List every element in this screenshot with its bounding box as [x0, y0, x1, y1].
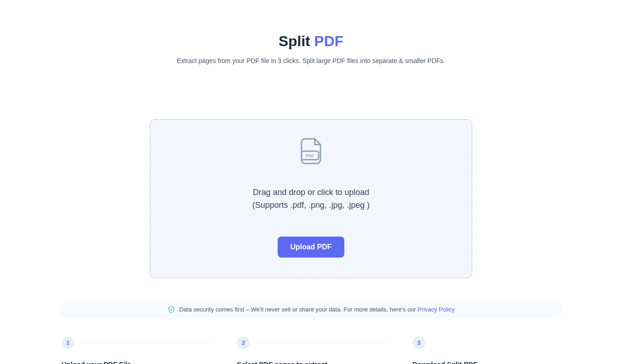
step-header: 1 — [62, 337, 210, 349]
step-divider — [82, 343, 210, 343]
security-text-wrapper: Data security comes first – We'll never … — [179, 306, 455, 313]
step-1: 1 Upload your PDF File Select files from… — [62, 337, 210, 364]
svg-point-2 — [170, 309, 172, 310]
step-title: Upload your PDF File — [62, 360, 210, 364]
page-title: Split PDF — [60, 33, 562, 50]
shield-lock-icon — [168, 306, 175, 313]
step-header: 3 — [412, 337, 560, 349]
page-subtitle: Extract pages from your PDF file in 3 cl… — [60, 57, 562, 64]
step-divider — [257, 343, 385, 343]
pdf-file-icon: PDF — [300, 138, 322, 164]
step-2: 2 Select PDF pages to extract Select the… — [237, 337, 385, 364]
upload-pdf-button[interactable]: Upload PDF — [278, 237, 345, 258]
dropzone-line-1: Drag and drop or click to upload — [159, 186, 463, 199]
steps-row: 1 Upload your PDF File Select files from… — [60, 337, 562, 364]
security-text: Data security comes first – We'll never … — [179, 306, 418, 313]
title-prefix: Split — [279, 33, 314, 49]
security-notice: Data security comes first – We'll never … — [60, 301, 562, 318]
step-number-badge: 1 — [62, 337, 74, 349]
upload-instructions: Drag and drop or click to upload (Suppor… — [159, 186, 463, 212]
step-number-badge: 3 — [412, 337, 425, 349]
privacy-policy-link[interactable]: Privacy Policy — [418, 306, 455, 313]
step-number-badge: 2 — [237, 337, 250, 349]
step-header: 2 — [237, 337, 385, 349]
step-3: 3 Download Split PDF Download your split… — [412, 337, 560, 364]
step-title: Select PDF pages to extract — [237, 360, 385, 364]
dropzone-line-2: (Supports .pdf, .png, .jpg, .jpeg ) — [159, 199, 463, 212]
step-title: Download Split PDF — [412, 360, 560, 364]
svg-text:PDF: PDF — [306, 153, 315, 158]
title-accent: PDF — [314, 33, 343, 49]
upload-dropzone[interactable]: PDF Drag and drop or click to upload (Su… — [150, 119, 472, 278]
